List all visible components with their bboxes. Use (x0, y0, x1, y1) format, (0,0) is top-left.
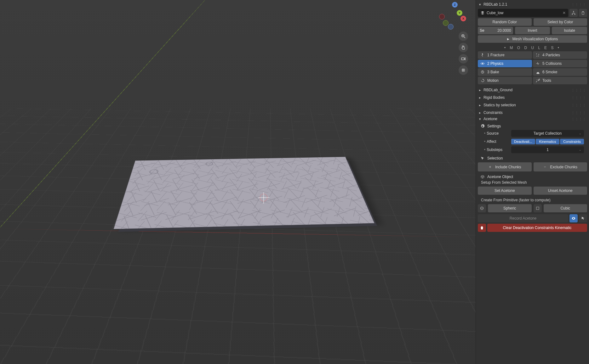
section-rigid-bodies[interactable]: Rigid Bodies⋮⋮⋮⋮ (478, 94, 587, 101)
section-statics[interactable]: Statics by selection⋮⋮⋮⋮ (478, 102, 587, 108)
viewport-nav-buttons (459, 31, 468, 75)
axis-neg-z-handle[interactable] (448, 24, 454, 30)
module-smoke[interactable]: 6 Smoke (533, 68, 587, 76)
perspective-icon[interactable] (459, 65, 468, 75)
chevron-down-icon: ⌄ (579, 148, 581, 151)
grid-floor (0, 109, 476, 364)
spheric-button[interactable]: Spheric (488, 204, 532, 212)
mesh-visualization-button[interactable]: ▶ Mesh Visualization Options (478, 35, 587, 43)
svg-point-15 (480, 207, 483, 210)
svg-point-9 (538, 54, 539, 55)
chevron-down-icon (478, 3, 482, 7)
svg-point-12 (482, 63, 483, 64)
record-acetone-button[interactable]: Record Acetone (478, 214, 568, 222)
eye-icon (571, 216, 576, 221)
svg-rect-17 (536, 207, 539, 210)
cursor-arrow-icon (581, 216, 585, 221)
modules-header: • M o d u l e s • (478, 44, 587, 51)
svg-point-11 (538, 56, 539, 56)
axis-x-handle[interactable]: X (460, 16, 466, 21)
chevron-right-icon (478, 88, 482, 92)
drag-dots-icon[interactable]: ⋮⋮⋮⋮ (571, 88, 586, 92)
cursor-3d (260, 194, 267, 201)
clear-deactivation-button[interactable]: Clear Deactivation Constraints Kinematic (487, 224, 587, 232)
minus-icon: － (543, 164, 547, 170)
trash-icon[interactable] (478, 224, 486, 232)
cubic-button[interactable]: Cubic (544, 204, 587, 212)
module-tools[interactable]: Tools (533, 77, 587, 84)
se-value-field[interactable]: Se 20.0000 (478, 27, 513, 34)
fractured-slab-mesh[interactable] (113, 157, 375, 229)
mesh-icon (480, 11, 485, 15)
selection-header: Selection (478, 154, 587, 161)
create-from-primitive-label: Create From Primitive (faster to compute… (478, 196, 587, 203)
include-chunks-button[interactable]: ＋Include Chunks (478, 162, 532, 171)
nav-gizmo[interactable]: Z Y X (442, 2, 468, 28)
axis-neg-x-handle[interactable] (439, 14, 445, 20)
module-physics[interactable]: 2 Physics (478, 60, 532, 67)
module-collisions[interactable]: 5 Collisions (533, 60, 587, 67)
drag-dots-icon[interactable]: ⋮⋮⋮⋮ (571, 111, 586, 115)
module-fracture[interactable]: 1 Fracture (478, 51, 532, 59)
side-panel: RBDLab 1.2.1 ⋮⋮⋮⋮ Cube_low ✕ Random Colo… (476, 0, 589, 364)
acetone-object-header: Acetone Object (478, 173, 587, 180)
svg-point-8 (536, 53, 537, 54)
module-bake[interactable]: 3 Bake (478, 68, 532, 76)
drag-dots-icon[interactable]: ⋮⋮⋮⋮ (571, 104, 586, 107)
unset-acetone-button[interactable]: Unset Acetone (534, 187, 587, 195)
cursor-icon (480, 156, 485, 160)
section-rbdlab-ground[interactable]: RBDLab_Ground⋮⋮⋮⋮ (478, 87, 587, 93)
clear-icon[interactable]: ✕ (563, 11, 566, 15)
axis-neg-y-handle[interactable] (443, 20, 449, 26)
random-color-button[interactable]: Random Color (478, 18, 532, 26)
affect-label: Affect (484, 139, 509, 144)
module-motion[interactable]: Motion (478, 77, 532, 84)
cube-icon[interactable] (534, 204, 542, 212)
hierarchy-icon[interactable] (569, 9, 578, 17)
drag-dots-icon[interactable]: ⋮⋮⋮⋮ (571, 96, 586, 99)
axis-y-handle[interactable]: Y (457, 10, 462, 16)
exclude-chunks-button[interactable]: －Exclude Chunks (534, 162, 587, 171)
section-constraints[interactable]: Constraints⋮⋮⋮⋮ (478, 109, 587, 116)
panel-title: RBDLab 1.2.1 (483, 2, 507, 7)
object-name-field[interactable]: Cube_low ✕ (478, 9, 568, 17)
svg-point-10 (537, 56, 537, 56)
svg-point-16 (480, 208, 483, 209)
sphere-icon[interactable] (478, 204, 486, 212)
affect-deactivation-pill[interactable]: Deactivati... (511, 139, 535, 144)
set-acetone-button[interactable]: Set Acetone (478, 187, 532, 195)
affect-constraints-pill[interactable]: Constraints (560, 139, 584, 144)
module-particles[interactable]: 4 Particles (533, 51, 587, 59)
plus-icon: ＋ (488, 164, 492, 170)
cube-outline-icon (480, 175, 485, 179)
chevron-right-icon (478, 96, 482, 100)
source-dropdown[interactable]: Target Collection⌄ (511, 130, 584, 137)
drag-dots-icon[interactable]: ⋮⋮⋮⋮ (571, 3, 586, 6)
drag-dots-icon[interactable]: ⋮⋮⋮⋮ (571, 117, 586, 121)
substeps-label: Substeps (484, 148, 509, 152)
chevron-down-icon: ⌄ (579, 132, 581, 135)
affect-kinematics-pill[interactable]: Kinematics (536, 139, 560, 144)
selectable-toggle[interactable] (579, 214, 587, 222)
axis-z-handle[interactable]: Z (452, 2, 458, 8)
viewport-3d[interactable]: Z Y X (0, 0, 476, 364)
zoom-icon[interactable] (459, 31, 468, 41)
settings-header: Settings (478, 122, 587, 129)
section-acetone[interactable]: Acetone⋮⋮⋮⋮ (478, 116, 587, 122)
select-by-color-button[interactable]: Select by Color (534, 18, 587, 26)
svg-rect-7 (575, 14, 575, 15)
isolate-button[interactable]: Isolate (552, 27, 587, 34)
triangle-right-icon: ▶ (507, 37, 509, 41)
visibility-toggle[interactable] (569, 214, 578, 222)
svg-line-1 (464, 37, 465, 38)
chevron-down-icon (478, 117, 482, 121)
panel-title-row[interactable]: RBDLab 1.2.1 ⋮⋮⋮⋮ (478, 1, 587, 8)
camera-icon[interactable] (459, 54, 468, 64)
chevron-right-icon (478, 103, 482, 107)
pan-icon[interactable] (459, 43, 468, 52)
substeps-dropdown[interactable]: 1⌄ (511, 146, 584, 153)
voronoi-pattern (114, 157, 374, 229)
invert-button[interactable]: Invert (515, 27, 550, 34)
trash-icon[interactable] (579, 9, 587, 17)
source-label: Source (484, 131, 509, 136)
